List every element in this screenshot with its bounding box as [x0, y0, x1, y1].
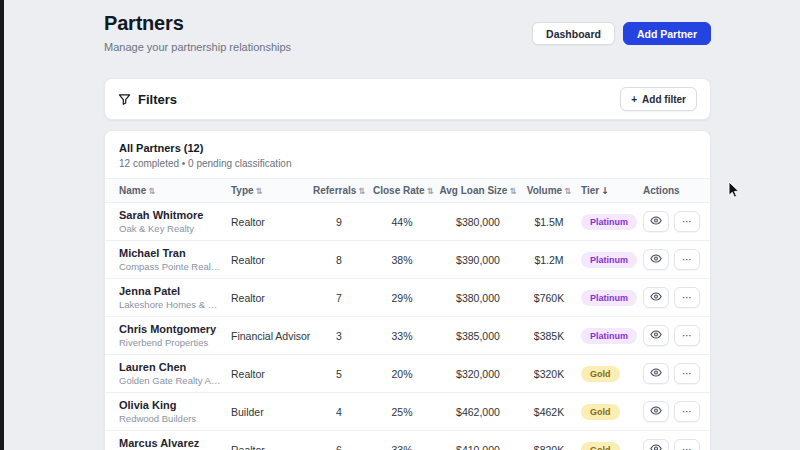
partner-referrals: 9	[309, 203, 369, 241]
partner-referrals: 5	[309, 355, 369, 393]
column-header-avg-loan-size[interactable]: Avg Loan Size⇅	[435, 179, 521, 203]
partner-avg-loan-size: $462,000	[435, 393, 521, 431]
partner-close-rate: 20%	[369, 355, 435, 393]
partner-volume: $385K	[521, 317, 577, 355]
column-header-tier[interactable]: Tier↓	[577, 179, 639, 203]
sort-icon: ⇅	[256, 186, 263, 196]
partner-type: Realtor	[227, 355, 309, 393]
view-partner-button[interactable]	[643, 249, 669, 270]
partner-company: Redwood Builders	[119, 413, 223, 424]
partner-avg-loan-size: $385,000	[435, 317, 521, 355]
partner-name: Chris Montgomery	[119, 323, 223, 335]
partner-referrals: 8	[309, 241, 369, 279]
ellipsis-icon: ⋯	[682, 216, 692, 227]
table-row[interactable]: Michael Tran Compass Pointe Realty Group…	[105, 241, 710, 279]
eye-icon	[650, 254, 662, 265]
table-row[interactable]: Jenna Patel Lakeshore Homes & Estates Re…	[105, 279, 710, 317]
sort-icon: ⇅	[427, 186, 434, 196]
column-header-volume[interactable]: Volume⇅	[521, 179, 577, 203]
partners-card: All Partners (12) 12 completed • 0 pendi…	[104, 130, 711, 450]
partner-type: Realtor	[227, 241, 309, 279]
ellipsis-icon: ⋯	[682, 368, 692, 379]
partner-type: Realtor	[227, 279, 309, 317]
table-row[interactable]: Olivia King Redwood Builders Builder 4 2…	[105, 393, 710, 431]
partner-avg-loan-size: $390,000	[435, 241, 521, 279]
more-actions-button[interactable]: ⋯	[674, 325, 700, 346]
filters-card: Filters + Add filter	[104, 78, 711, 120]
table-header-row: Name⇅Type⇅Referrals⇅Close Rate⇅Avg Loan …	[105, 179, 710, 203]
partner-name: Jenna Patel	[119, 285, 223, 297]
sort-icon: ⇅	[358, 186, 365, 196]
partner-close-rate: 25%	[369, 393, 435, 431]
view-partner-button[interactable]	[643, 439, 669, 450]
partner-avg-loan-size: $410,000	[435, 431, 521, 450]
more-actions-button[interactable]: ⋯	[674, 211, 700, 232]
partner-referrals: 4	[309, 393, 369, 431]
tier-badge: Platinum	[581, 214, 637, 230]
ellipsis-icon: ⋯	[682, 406, 692, 417]
partner-company: Riverbend Properties	[119, 337, 223, 348]
add-partner-button[interactable]: Add Partner	[623, 22, 711, 45]
column-header-type[interactable]: Type⇅	[227, 179, 309, 203]
partner-company: Golden Gate Realty Advisors	[119, 375, 223, 386]
partner-referrals: 7	[309, 279, 369, 317]
more-actions-button[interactable]: ⋯	[674, 249, 700, 270]
filter-funnel-icon	[118, 93, 131, 106]
partner-company: Compass Pointe Realty Group	[119, 261, 223, 272]
partner-avg-loan-size: $380,000	[435, 279, 521, 317]
sort-icon: ⇅	[564, 186, 571, 196]
filters-title: Filters	[138, 92, 177, 107]
column-header-referrals[interactable]: Referrals⇅	[309, 179, 369, 203]
sort-icon: ⇅	[148, 186, 155, 196]
partner-close-rate: 29%	[369, 279, 435, 317]
column-header-name[interactable]: Name⇅	[105, 179, 227, 203]
page-header: Partners Manage your partnership relatio…	[104, 12, 711, 53]
add-filter-button[interactable]: + Add filter	[620, 87, 697, 111]
partner-name: Lauren Chen	[119, 361, 223, 373]
more-actions-button[interactable]: ⋯	[674, 287, 700, 308]
partners-count-title: All Partners (12)	[119, 142, 696, 154]
partners-table: Name⇅Type⇅Referrals⇅Close Rate⇅Avg Loan …	[105, 178, 710, 450]
ellipsis-icon: ⋯	[682, 292, 692, 303]
table-row[interactable]: Marcus Alvarez Summit Realty Partners Re…	[105, 431, 710, 450]
partner-name: Olivia King	[119, 399, 223, 411]
column-header-close-rate[interactable]: Close Rate⇅	[369, 179, 435, 203]
partner-volume: $760K	[521, 279, 577, 317]
partner-close-rate: 33%	[369, 317, 435, 355]
table-row[interactable]: Lauren Chen Golden Gate Realty Advisors …	[105, 355, 710, 393]
partner-volume: $320K	[521, 355, 577, 393]
partner-type: Realtor	[227, 203, 309, 241]
partner-name: Michael Tran	[119, 247, 223, 259]
partner-company: Oak & Key Realty	[119, 223, 223, 234]
tier-badge: Platinum	[581, 290, 637, 306]
dashboard-button[interactable]: Dashboard	[532, 22, 615, 45]
partner-referrals: 3	[309, 317, 369, 355]
partner-close-rate: 38%	[369, 241, 435, 279]
view-partner-button[interactable]	[643, 363, 669, 384]
partners-panel-head: All Partners (12) 12 completed • 0 pendi…	[105, 131, 710, 178]
add-filter-label: Add filter	[642, 94, 686, 105]
tier-badge: Gold	[581, 442, 620, 450]
ellipsis-icon: ⋯	[682, 330, 692, 341]
view-partner-button[interactable]	[643, 211, 669, 232]
partner-avg-loan-size: $380,000	[435, 203, 521, 241]
partner-referrals: 6	[309, 431, 369, 450]
column-header-actions: Actions	[639, 179, 710, 203]
sort-desc-icon: ↓	[601, 185, 609, 196]
more-actions-button[interactable]: ⋯	[674, 363, 700, 384]
window-edge-strip	[0, 0, 4, 450]
ellipsis-icon: ⋯	[682, 444, 692, 450]
partner-type: Financial Advisor	[227, 317, 309, 355]
sort-icon: ⇅	[509, 186, 516, 196]
view-partner-button[interactable]	[643, 325, 669, 346]
more-actions-button[interactable]: ⋯	[674, 401, 700, 422]
plus-icon: +	[631, 94, 637, 105]
more-actions-button[interactable]: ⋯	[674, 439, 700, 450]
eye-icon	[650, 330, 662, 341]
table-row[interactable]: Sarah Whitmore Oak & Key Realty Realtor …	[105, 203, 710, 241]
view-partner-button[interactable]	[643, 287, 669, 308]
partners-status-subtitle: 12 completed • 0 pending classification	[119, 158, 696, 169]
view-partner-button[interactable]	[643, 401, 669, 422]
table-row[interactable]: Chris Montgomery Riverbend Properties Fi…	[105, 317, 710, 355]
partner-name: Sarah Whitmore	[119, 209, 223, 221]
